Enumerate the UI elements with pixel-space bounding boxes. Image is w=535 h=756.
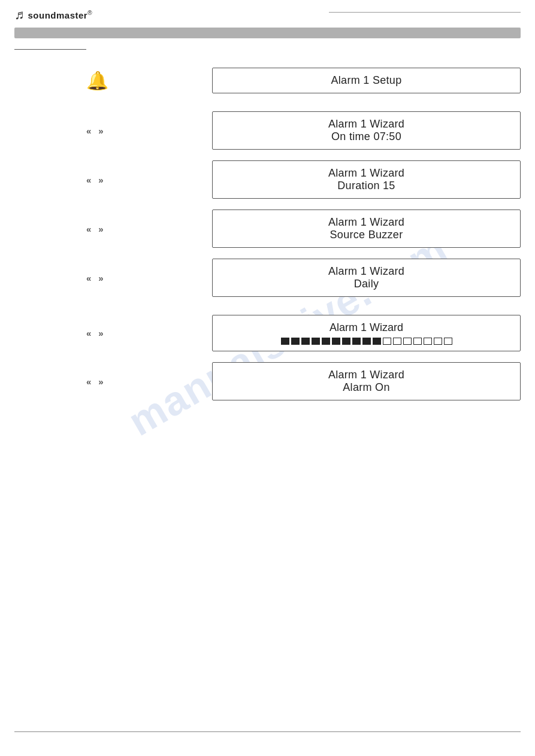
- vol-seg-2: [291, 338, 300, 345]
- bell-area: 🔔: [14, 70, 194, 91]
- left-arrow-5[interactable]: «: [86, 328, 91, 338]
- alarm-on-line1: Alarm 1 Wizard: [225, 369, 508, 381]
- right-arrow-5[interactable]: »: [98, 328, 103, 338]
- right-arrow-4[interactable]: »: [98, 273, 103, 283]
- vol-seg-8: [352, 338, 361, 345]
- vol-seg-13: [403, 338, 412, 345]
- left-arrow-2[interactable]: «: [86, 175, 91, 185]
- vol-seg-10: [373, 338, 381, 345]
- vol-seg-11: [383, 338, 391, 345]
- soundmaster-logo-icon: ♬: [14, 7, 25, 23]
- row-setup: 🔔 Alarm 1 Setup: [14, 68, 521, 93]
- vol-seg-7: [342, 338, 350, 345]
- right-arrow-2[interactable]: »: [98, 175, 103, 185]
- header: ♬ soundmaster®: [0, 0, 535, 23]
- row-duration: « » Alarm 1 Wizard Duration 15: [14, 160, 521, 199]
- arrow-row-6: « »: [14, 377, 194, 387]
- duration-line2: Duration 15: [225, 180, 508, 192]
- row-volume: « » Alarm 1 Wizard: [14, 315, 521, 351]
- sub-line: [14, 49, 86, 50]
- left-arrow-3[interactable]: «: [86, 224, 91, 234]
- logo-text: soundmaster®: [28, 10, 93, 20]
- duration-line1: Alarm 1 Wizard: [225, 167, 508, 180]
- daily-line2: Daily: [225, 278, 508, 290]
- ontime-display-box: Alarm 1 Wizard On time 07:50: [212, 111, 521, 150]
- vol-seg-5: [322, 338, 330, 345]
- row-alarm-on: « » Alarm 1 Wizard Alarm On: [14, 362, 521, 400]
- volume-title: Alarm 1 Wizard: [225, 321, 508, 334]
- setup-title: Alarm 1 Setup: [225, 74, 508, 87]
- gray-bar: [14, 28, 521, 38]
- logo-brand: soundmaster: [28, 10, 88, 20]
- vol-seg-16: [434, 338, 442, 345]
- setup-box-area: Alarm 1 Setup: [194, 68, 521, 93]
- vol-seg-1: [281, 338, 289, 345]
- right-arrow-1[interactable]: »: [98, 126, 103, 136]
- right-arrow-3[interactable]: »: [98, 224, 103, 234]
- ontime-line1: Alarm 1 Wizard: [225, 118, 508, 130]
- daily-display-box: Alarm 1 Wizard Daily: [212, 259, 521, 297]
- volume-box-area: Alarm 1 Wizard: [194, 315, 521, 351]
- ontime-line2: On time 07:50: [225, 130, 508, 143]
- logo-area: ♬ soundmaster®: [14, 7, 92, 23]
- vol-seg-17: [444, 338, 452, 345]
- footer-line: [14, 731, 521, 732]
- alarm-on-box-area: Alarm 1 Wizard Alarm On: [194, 362, 521, 400]
- alarm-on-display-box: Alarm 1 Wizard Alarm On: [212, 362, 521, 400]
- duration-display-box: Alarm 1 Wizard Duration 15: [212, 160, 521, 199]
- source-display-box: Alarm 1 Wizard Source Buzzer: [212, 210, 521, 248]
- duration-box-area: Alarm 1 Wizard Duration 15: [194, 160, 521, 199]
- arrow-row-5: « »: [14, 328, 194, 338]
- volume-bar: [225, 338, 508, 345]
- daily-box-area: Alarm 1 Wizard Daily: [194, 259, 521, 297]
- bell-icon: 🔔: [86, 70, 108, 91]
- right-arrow-6[interactable]: »: [98, 377, 103, 387]
- vol-seg-6: [332, 338, 340, 345]
- left-arrow-1[interactable]: «: [86, 126, 91, 136]
- vol-seg-12: [393, 338, 401, 345]
- ontime-box-area: Alarm 1 Wizard On time 07:50: [194, 111, 521, 150]
- row-source-arrow: « » Alarm 1 Wizard Source Buzzer: [14, 210, 521, 248]
- vol-seg-3: [301, 338, 310, 345]
- arrow-row-3: « »: [14, 224, 194, 234]
- left-arrow-6[interactable]: «: [86, 377, 91, 387]
- row-ontime: « » Alarm 1 Wizard On time 07:50: [14, 111, 521, 150]
- source-box-area: Alarm 1 Wizard Source Buzzer: [194, 210, 521, 248]
- vol-seg-9: [362, 338, 371, 345]
- volume-display-box: Alarm 1 Wizard: [212, 315, 521, 351]
- row-daily: « » Alarm 1 Wizard Daily: [14, 259, 521, 297]
- left-arrow-4[interactable]: «: [86, 273, 91, 283]
- logo-registered: ®: [87, 10, 92, 16]
- source-line2: Source Buzzer: [225, 229, 508, 241]
- arrow-row-2: « »: [14, 175, 194, 185]
- vol-seg-14: [413, 338, 422, 345]
- alarm-on-line2: Alarm On: [225, 381, 508, 394]
- setup-display-box: Alarm 1 Setup: [212, 68, 521, 93]
- source-line1: Alarm 1 Wizard: [225, 216, 508, 229]
- arrow-row-1: « »: [14, 126, 194, 136]
- arrow-row-4: « »: [14, 273, 194, 283]
- daily-line1: Alarm 1 Wizard: [225, 265, 508, 278]
- vol-seg-4: [312, 338, 320, 345]
- vol-seg-15: [424, 338, 432, 345]
- header-line: [329, 12, 521, 13]
